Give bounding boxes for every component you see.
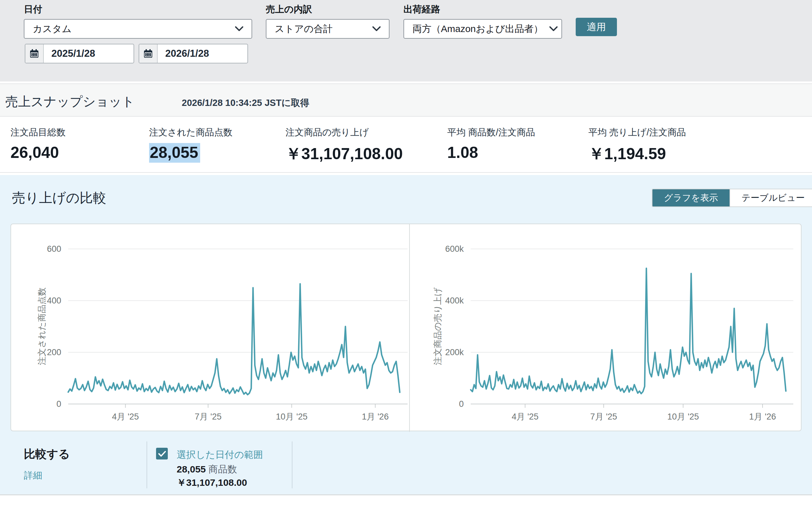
start-date-value: 2025/1/28: [44, 44, 95, 63]
x-tick-label: 7月 '25: [575, 411, 632, 422]
check-icon: [158, 451, 166, 457]
charts-card: 注文された商品点数 02004006004月 '257月 '2510月 '251…: [10, 223, 802, 431]
y-tick-label: 400: [11, 296, 61, 306]
chevron-down-icon: [372, 26, 380, 31]
metric-ordered-product-sales: 注文商品の売り上げ ￥31,107,108.00: [285, 126, 403, 165]
y-tick-label: 200k: [410, 347, 464, 357]
end-date-value: 2026/1/28: [158, 44, 209, 63]
product-sales-chart: 注文商品の売り上げ 0200k400k600k4月 '257月 '2510月 '…: [410, 224, 802, 432]
selected-date-range-checkbox[interactable]: [156, 448, 168, 460]
snapshot-title: 売上スナップショット: [5, 93, 135, 110]
metric-label: 平均 商品数/注文商品: [447, 126, 535, 139]
snapshot-timestamp: 2026/1/28 10:34:25 JSTに取得: [182, 97, 309, 110]
metric-value: ￥1,194.59: [588, 143, 686, 165]
metric-avg-sales-per-order: 平均 売り上げ/注文商品 ￥1,194.59: [588, 126, 686, 165]
y-tick-label: 0: [11, 399, 61, 409]
table-view-button[interactable]: テーブルビュー: [730, 189, 812, 206]
metric-label: 注文商品の売り上げ: [285, 126, 403, 139]
comparison-title: 売り上げの比較: [12, 189, 106, 207]
sales-comparison-section: 売り上げの比較 グラフを表示 テーブルビュー 注文された商品点数 0200400…: [0, 175, 812, 495]
chart-plot-area: [471, 249, 793, 404]
start-date-input[interactable]: 2025/1/28: [25, 44, 134, 64]
chevron-down-icon: [235, 26, 243, 31]
x-tick-label: 10月 '25: [655, 411, 712, 422]
breakdown-select[interactable]: ストアの合計: [266, 19, 390, 39]
calendar-icon[interactable]: [26, 44, 44, 63]
metric-value-highlighted: 28,055: [149, 143, 200, 163]
legend-units-value: 28,055: [177, 464, 206, 474]
x-tick-label: 4月 '25: [97, 411, 154, 422]
date-range-select[interactable]: カスタム: [24, 19, 252, 39]
x-tick-label: 1月 '26: [734, 411, 791, 422]
selected-date-range-label[interactable]: 選択した日付の範囲: [177, 449, 263, 461]
x-tick-label: 4月 '25: [496, 411, 554, 422]
legend-sales-value: ￥31,107,108.00: [177, 476, 247, 489]
legend-units: 28,055 商品数: [177, 463, 237, 476]
divider: [147, 441, 147, 488]
series-line: [471, 268, 786, 393]
x-tick-label: 7月 '25: [179, 411, 237, 422]
compare-heading: 比較する: [24, 447, 70, 462]
metric-value: 26,040: [10, 143, 66, 162]
filter-bar: 日付 カスタム 売上の内訳 ストアの合計 出荷経路 両方（Amazonおよび出品…: [0, 0, 812, 82]
date-filter-label: 日付: [24, 3, 42, 16]
sales-snapshot-header: 売上スナップショット 2026/1/28 10:34:25 JSTに取得: [0, 83, 812, 117]
breakdown-select-value: ストアの合計: [275, 23, 366, 36]
details-link[interactable]: 詳細: [24, 469, 42, 482]
x-tick-label: 10月 '25: [263, 411, 320, 422]
y-tick-label: 400k: [410, 296, 464, 306]
y-tick-label: 600k: [410, 244, 464, 254]
channel-filter-label: 出荷経路: [403, 3, 440, 16]
legend-units-suffix: 商品数: [206, 464, 237, 474]
breakdown-filter-label: 売上の内訳: [266, 3, 312, 16]
chart-plot-area: [68, 249, 408, 404]
metric-units-ordered: 注文された商品点数 28,055: [149, 126, 233, 162]
calendar-icon[interactable]: [139, 44, 158, 63]
metric-total-order-items: 注文品目総数 26,040: [10, 126, 66, 162]
date-range-select-value: カスタム: [33, 23, 229, 36]
units-ordered-chart: 注文された商品点数 02004006004月 '257月 '2510月 '251…: [11, 224, 409, 432]
channel-select-value: 両方（Amazonおよび出品者）: [412, 23, 543, 36]
y-tick-label: 600: [11, 244, 61, 254]
graph-view-button[interactable]: グラフを表示: [652, 189, 730, 206]
chevron-down-icon: [550, 26, 558, 31]
channel-select[interactable]: 両方（Amazonおよび出品者）: [403, 19, 562, 39]
metric-value: ￥31,107,108.00: [285, 143, 403, 165]
apply-button[interactable]: 適用: [576, 18, 617, 36]
view-toggle-group: グラフを表示 テーブルビュー: [652, 189, 812, 207]
x-tick-label: 1月 '26: [347, 411, 404, 422]
metric-avg-units-per-order: 平均 商品数/注文商品 1.08: [447, 126, 535, 162]
metric-label: 平均 売り上げ/注文商品: [588, 126, 686, 139]
y-tick-label: 200: [11, 347, 61, 357]
metric-value: 1.08: [447, 143, 535, 162]
divider: [292, 441, 292, 488]
metric-label: 注文品目総数: [10, 126, 66, 139]
end-date-input[interactable]: 2026/1/28: [138, 44, 248, 64]
metrics-row: 注文品目総数 26,040 注文された商品点数 28,055 注文商品の売り上げ…: [0, 117, 812, 173]
y-tick-label: 0: [410, 399, 464, 409]
metric-label: 注文された商品点数: [149, 126, 233, 139]
